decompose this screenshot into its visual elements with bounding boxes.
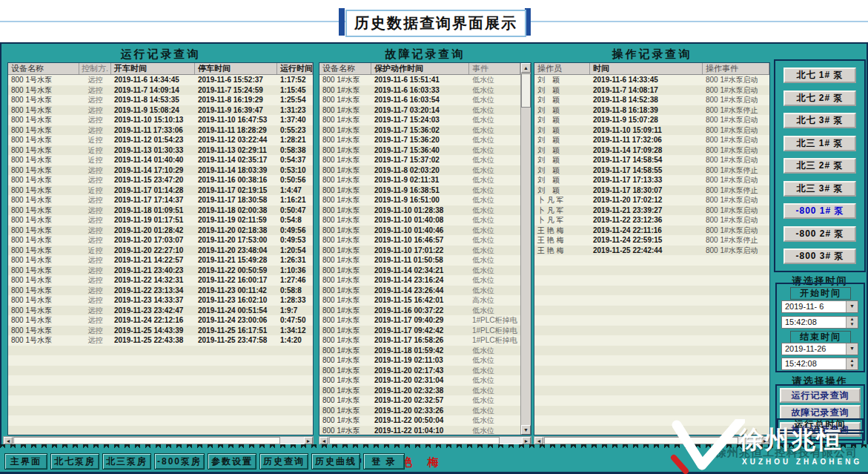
table-cell: 2019-11-20 23:48:04	[195, 246, 277, 256]
table-row	[534, 326, 769, 336]
pump-button-4[interactable]: 北三 1# 泵	[783, 136, 856, 151]
table-cell	[8, 355, 79, 366]
scroll-right-arrow-icon[interactable]: ►	[761, 437, 769, 444]
dropdown-arrow-icon[interactable]: ▼	[846, 301, 858, 312]
pump-button-1[interactable]: 北七 1# 泵	[783, 68, 856, 83]
table-cell: 远控	[79, 195, 111, 205]
table-cell	[534, 386, 590, 396]
nav-button-6[interactable]: 历史查询	[259, 453, 308, 470]
table-row: 800 1号水泵近控2019-11-14 01:40:402019-11-14 …	[8, 155, 313, 165]
table-row: 800 1#水泵2019-11-11 01:50:58低水位	[319, 255, 531, 266]
table-cell: 800 1#水泵	[319, 226, 371, 236]
pump-button-7[interactable]: -800 1# 泵	[783, 203, 856, 219]
table-cell: 800 1#水泵启动	[703, 175, 769, 185]
op-table-body: 刘 颖2019-11-6 14:33:45800 1#水泵启动刘 颖2019-1…	[534, 75, 769, 435]
start-date-picker[interactable]: 2019-11- 6 ▼	[781, 300, 858, 313]
table-cell	[277, 426, 313, 436]
table-cell: 800 1#水泵	[319, 326, 371, 336]
table-cell: 800 1#水泵	[319, 275, 371, 286]
table-cell	[8, 426, 79, 436]
table-row: 800 1#水泵2019-11-9 16:51:00低水位	[319, 195, 531, 205]
scroll-left-arrow-icon[interactable]: ◄	[4, 437, 13, 444]
dropdown-arrow-icon[interactable]: ▼	[846, 343, 858, 355]
nav-button-5[interactable]: 参数设置	[208, 453, 256, 470]
table-cell: 800 1号水泵	[8, 155, 79, 165]
table-row: 800 1#水泵2019-11-9 02:11:31低水位	[319, 175, 531, 185]
table-cell: 1:28:33	[277, 295, 313, 306]
end-date-picker[interactable]: 2019-11-26 ▼	[781, 343, 858, 355]
table-cell: 800 1#水泵	[319, 195, 371, 205]
scroll-down-arrow-icon[interactable]: ▼	[521, 425, 531, 435]
table-cell	[534, 255, 590, 266]
table-cell	[703, 415, 769, 426]
scrollbar-thumb[interactable]	[13, 437, 280, 444]
start-time-spinner[interactable]: 15:42:08 ▲▼	[781, 316, 858, 329]
table-cell: 刘 颖	[534, 115, 590, 125]
fault-records-table: 设备名称保护动作时间事件 800 1#水泵2019-11-6 15:51:41低…	[319, 62, 531, 435]
table-row: 卜 凡 军2019-11-21 23:39:27800 1#水泵启动	[534, 205, 769, 216]
nav-button-8[interactable]: 登 录	[363, 453, 405, 470]
table-cell	[590, 415, 703, 426]
scrollbar-thumb[interactable]	[521, 73, 531, 108]
table-row: 王 艳 梅2019-11-24 22:59:15800 1#水泵停止	[534, 235, 769, 246]
column-header: 设备名称	[319, 63, 371, 74]
nav-button-4[interactable]: -800泵房	[154, 453, 205, 470]
table-row: 800 1号水泵远控2019-11-14 17:10:292019-11-14 …	[8, 165, 313, 176]
table-cell: 800 1#水泵启动	[703, 205, 769, 216]
scrollbar-thumb[interactable]	[544, 437, 738, 444]
table-cell	[111, 386, 195, 396]
scroll-left-arrow-icon[interactable]: ◄	[534, 437, 543, 444]
pump-button-9[interactable]: -800 3# 泵	[783, 248, 856, 264]
table-row: 800 1号水泵远控2019-11-23 23:42:472019-11-24 …	[8, 306, 313, 316]
spinner-arrows-icon[interactable]: ▲▼	[846, 317, 858, 328]
nav-button-1[interactable]: 主界面	[4, 453, 47, 470]
table-cell: 2019-11-20 02:17:43	[371, 366, 469, 376]
pump-button-6[interactable]: 北三 3# 泵	[783, 181, 856, 197]
scroll-right-arrow-icon[interactable]: ►	[304, 437, 313, 444]
end-time-spinner[interactable]: 15:42:08 ▲▼	[781, 358, 858, 370]
table-cell: 远控	[79, 85, 111, 96]
scroll-left-arrow-icon[interactable]: ◄	[319, 437, 328, 444]
table-cell	[703, 346, 769, 356]
table-cell: 0:54:8	[277, 215, 313, 226]
pump-button-2[interactable]: 北七 2# 泵	[783, 90, 856, 106]
table-row: 800 1号水泵远控2019-11-7 14:09:142019-11-7 15…	[8, 85, 313, 96]
table-cell: 800 1#水泵停止	[703, 105, 769, 116]
table-cell: 2019-11-16 00:37:22	[371, 306, 469, 316]
query-fault-records-button[interactable]: 故障记录查询	[780, 405, 861, 420]
table-cell	[534, 295, 590, 306]
table-cell: 低水位	[469, 366, 520, 376]
query-run-records-button[interactable]: 运行记录查询	[780, 388, 861, 403]
nav-button-7[interactable]: 历史曲线	[311, 453, 360, 470]
table-cell: 2019-11-7 15:36:40	[371, 145, 469, 156]
table-cell: 2019-11-10 16:46:57	[371, 235, 469, 246]
table-row	[534, 426, 769, 436]
table-cell	[534, 395, 590, 406]
table-cell: 低水位	[469, 185, 520, 196]
op-table-title: 操作记录查询	[534, 47, 770, 61]
spinner-arrows-icon[interactable]: ▲▼	[846, 358, 858, 369]
table-cell: 低水位	[469, 105, 520, 116]
table-row	[8, 355, 313, 366]
table-row: 800 1#水泵2019-11-10 01:40:08低水位	[319, 215, 531, 226]
table-cell: 刘 颖	[534, 145, 590, 156]
table-cell: 刘 颖	[534, 135, 590, 145]
table-cell: 800 1号水泵	[8, 85, 79, 96]
scroll-right-arrow-icon[interactable]: ►	[522, 437, 531, 444]
pump-button-3[interactable]: 北七 3# 泵	[783, 113, 856, 128]
table-cell: 800 1号水泵	[8, 75, 79, 85]
pump-select-box: 北七 1# 泵北七 2# 泵北七 3# 泵北三 1# 泵北三 2# 泵北三 3#…	[774, 59, 866, 272]
table-cell: 2019-11-22 16:00:17	[195, 275, 277, 286]
pump-button-8[interactable]: -800 2# 泵	[783, 226, 856, 242]
table-row: 刘 颖2019-11-6 14:33:45800 1#水泵启动	[534, 75, 769, 85]
table-cell	[8, 415, 79, 426]
scroll-up-arrow-icon[interactable]: ▲	[521, 63, 531, 73]
table-cell: 800 1#水泵	[319, 255, 371, 266]
table-row: 800 1号水泵近控2019-11-13 01:30:332019-11-13 …	[8, 145, 313, 156]
nav-button-3[interactable]: 北三泵房	[102, 453, 151, 470]
pump-button-5[interactable]: 北三 2# 泵	[783, 158, 856, 174]
scrollbar-thumb[interactable]	[329, 437, 500, 444]
nav-button-2[interactable]: 北七泵房	[50, 453, 99, 470]
table-cell: 2019-11-15 16:42:01	[371, 295, 469, 306]
fault-table-vertical-scrollbar[interactable]: ▲ ▼	[520, 63, 531, 435]
